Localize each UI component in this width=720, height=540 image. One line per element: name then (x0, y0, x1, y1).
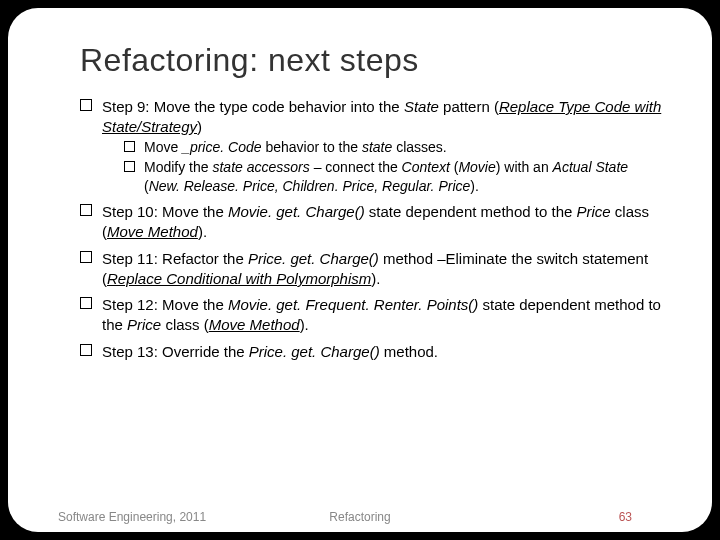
checkbox-icon (124, 161, 135, 172)
step-9-sub-2: Modify the state accessors – connect the… (124, 158, 662, 196)
step-12: Step 12: Move the Movie. get. Frequent. … (80, 295, 662, 336)
checkbox-icon (124, 141, 135, 152)
page-number: 63 (619, 510, 632, 524)
step-9-sub-1: Move _price. Code behavior to the state … (124, 138, 662, 157)
checkbox-icon (80, 251, 92, 263)
step-13: Step 13: Override the Price. get. Charge… (80, 342, 662, 362)
checkbox-icon (80, 297, 92, 309)
step-10-text: Step 10: Move the Movie. get. Charge() s… (102, 203, 649, 240)
slide-title: Refactoring: next steps (80, 42, 662, 79)
step-9-sublist: Move _price. Code behavior to the state … (124, 138, 662, 197)
step-9-sub-1-text: Move _price. Code behavior to the state … (144, 139, 447, 155)
slide: Refactoring: next steps Step 9: Move the… (8, 8, 712, 532)
step-11: Step 11: Refactor the Price. get. Charge… (80, 249, 662, 290)
checkbox-icon (80, 204, 92, 216)
step-11-text: Step 11: Refactor the Price. get. Charge… (102, 250, 648, 287)
step-12-text: Step 12: Move the Movie. get. Frequent. … (102, 296, 661, 333)
step-9-sub-2-text: Modify the state accessors – connect the… (144, 159, 628, 194)
step-9: Step 9: Move the type code behavior into… (80, 97, 662, 196)
step-13-text: Step 13: Override the Price. get. Charge… (102, 343, 438, 360)
checkbox-icon (80, 344, 92, 356)
bullet-list: Step 9: Move the type code behavior into… (80, 97, 662, 362)
step-10: Step 10: Move the Movie. get. Charge() s… (80, 202, 662, 243)
step-9-text: Step 9: Move the type code behavior into… (102, 98, 661, 135)
footer-topic: Refactoring (58, 510, 662, 524)
checkbox-icon (80, 99, 92, 111)
